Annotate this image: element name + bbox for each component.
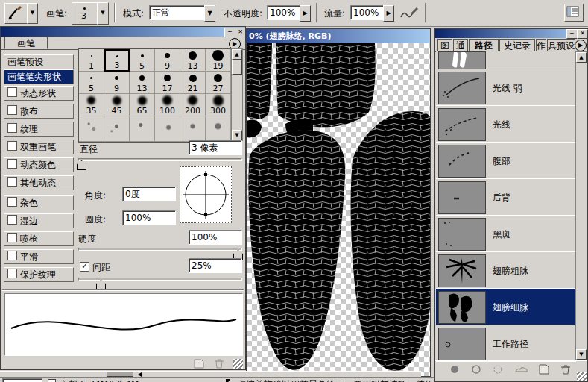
fill-path-icon[interactable] — [449, 364, 464, 376]
path-row-back[interactable]: 后背 — [436, 179, 576, 216]
canvas[interactable] — [247, 43, 430, 376]
path-row-wing-fine-veins[interactable]: 翅膀细脉 — [436, 289, 576, 325]
path-row-abdomen[interactable]: 腹部 — [436, 143, 576, 179]
delete-path-icon[interactable] — [560, 364, 575, 376]
flow-arrow-icon[interactable]: ▶ — [383, 5, 394, 22]
brushes-titlebar[interactable]: ─ ✕ — [1, 27, 245, 37]
brush-preset[interactable]: 5 — [130, 49, 155, 72]
mode-dropdown-icon[interactable]: ▼ — [204, 5, 215, 22]
hscroll-thumb[interactable] — [107, 372, 133, 377]
item-color-dynamics[interactable]: 动态颜色 — [4, 157, 74, 172]
checkbox-icon[interactable] — [7, 251, 17, 260]
tab-tool-presets[interactable]: 具预设 — [547, 39, 575, 51]
brush-preset-spatter[interactable] — [180, 116, 206, 142]
palette-toggle-button[interactable] — [564, 4, 584, 22]
tab-paths[interactable]: 路径 — [469, 39, 499, 51]
scroll-down-icon[interactable]: ▼ — [232, 130, 242, 140]
new-brush-icon[interactable] — [193, 359, 205, 369]
paths-scrollbar[interactable]: ▲ ▼ — [575, 51, 587, 360]
opacity-field[interactable]: 100% — [267, 5, 301, 20]
tab-channels[interactable]: 通 — [453, 39, 468, 51]
zoom-level-field[interactable]: 50% — [2, 378, 42, 382]
new-path-icon[interactable] — [538, 364, 553, 376]
airbrush-icon[interactable] — [399, 5, 419, 20]
checkbox-icon[interactable] — [7, 159, 17, 169]
brush-preset[interactable]: 21 — [180, 72, 206, 94]
tab-actions[interactable]: 作 — [536, 39, 546, 51]
paths-titlebar[interactable]: ─ ✕ — [435, 29, 587, 38]
spacing-checkbox[interactable]: ✓ — [80, 262, 89, 272]
opacity-arrow-icon[interactable]: ▶ — [300, 5, 311, 22]
brush-preset-spatter[interactable] — [79, 116, 104, 142]
diameter-slider[interactable] — [78, 158, 242, 161]
checkbox-icon[interactable] — [7, 87, 17, 97]
scroll-up-icon[interactable]: ▲ — [576, 52, 587, 63]
item-protect-texture[interactable]: 保护纹理 — [4, 267, 74, 282]
item-shape-dynamics[interactable]: 动态形状 — [4, 86, 74, 101]
spacing-slider-thumb[interactable] — [96, 280, 106, 289]
grid-scroll-thumb[interactable] — [232, 60, 242, 75]
item-other-dynamics[interactable]: 其他动态 — [4, 175, 74, 190]
delete-brush-icon[interactable] — [214, 359, 224, 369]
checkbox-icon[interactable] — [7, 233, 17, 242]
hardness-field[interactable]: 100% — [189, 230, 242, 245]
make-work-path-icon[interactable] — [513, 364, 528, 376]
resize-grip[interactable] — [233, 359, 243, 369]
brush-picker-arrow[interactable]: ▼ — [97, 2, 109, 25]
item-brush-presets[interactable]: 画笔预设 — [4, 54, 74, 69]
diameter-slider-thumb[interactable] — [77, 160, 86, 170]
brush-tool-button[interactable] — [4, 3, 28, 24]
load-selection-icon[interactable] — [492, 364, 507, 376]
checkbox-icon[interactable] — [7, 141, 17, 151]
path-row-work-path[interactable]: 工作路径 — [436, 325, 576, 362]
brush-preset-spatter[interactable] — [104, 116, 130, 142]
checkbox-icon[interactable] — [7, 177, 17, 187]
mode-select[interactable]: 正常 — [149, 5, 206, 20]
brush-preset[interactable]: 19 — [206, 49, 231, 72]
brush-preset[interactable]: 5 — [79, 72, 104, 94]
tab-layers[interactable]: 图 — [437, 39, 452, 51]
brush-preset[interactable]: 27 — [206, 72, 231, 94]
brush-preset[interactable]: 17 — [155, 72, 180, 94]
brush-preset[interactable]: 9 — [104, 72, 130, 94]
brush-picker-button[interactable]: 3 — [72, 2, 98, 25]
document-titlebar[interactable]: 0% (翅膀脉络, RGB) — [247, 29, 430, 43]
brush-preset-selected[interactable]: 3 — [104, 49, 130, 72]
brush-preset[interactable]: 45 — [104, 94, 130, 116]
brush-preset[interactable]: 13 — [180, 49, 206, 72]
item-texture[interactable]: 纹理 — [4, 122, 74, 137]
resize-grip[interactable] — [577, 372, 587, 381]
scroll-down-icon[interactable]: ▼ — [576, 349, 587, 360]
item-dual-brush[interactable]: 双重画笔 — [4, 140, 74, 154]
brush-preset[interactable]: 13 — [130, 72, 155, 94]
path-row-black-spots[interactable]: 黑斑 — [436, 216, 576, 252]
tab-history[interactable]: 史记录 — [499, 39, 535, 51]
grid-scrollbar[interactable]: ▲ ▼ — [231, 48, 243, 141]
scroll-up-icon[interactable]: ▲ — [232, 49, 242, 60]
item-scattering[interactable]: 散布 — [4, 104, 74, 119]
roundness-field[interactable]: 100% — [122, 210, 176, 225]
tool-preset-arrow[interactable]: ▼ — [27, 3, 38, 24]
path-row-light[interactable]: 光线 — [436, 106, 576, 143]
item-wet-edges[interactable]: 湿边 — [4, 213, 74, 228]
brush-preset[interactable]: 300 — [206, 94, 231, 116]
brush-preset[interactable]: 1 — [79, 49, 104, 72]
spacing-field[interactable]: 25% — [189, 258, 242, 273]
path-row-wing-thick-veins[interactable]: 翅膀粗脉 — [436, 252, 576, 289]
brush-preset[interactable]: 9 — [155, 49, 180, 72]
document-size-info[interactable]: 文档:5.74M/50.4M — [60, 378, 139, 382]
brush-preset[interactable]: 35 — [79, 94, 104, 116]
path-row-light-weak[interactable]: 光线 弱 — [436, 69, 576, 106]
item-brush-tip-shape[interactable]: 画笔笔尖形状 — [4, 69, 74, 84]
item-airbrush[interactable]: 喷枪 — [4, 231, 74, 246]
brush-preset-spatter[interactable] — [130, 116, 155, 142]
brush-preset[interactable]: 100 — [155, 94, 180, 116]
path-row[interactable] — [436, 51, 576, 69]
brush-preset[interactable]: 65 — [130, 94, 155, 116]
brush-preset[interactable]: 200 — [180, 94, 206, 116]
checkbox-icon[interactable] — [7, 123, 17, 133]
tab-brushes[interactable]: 画笔 — [4, 37, 48, 49]
brush-preset-spatter[interactable] — [206, 116, 231, 142]
brush-preset-spatter[interactable] — [155, 116, 180, 142]
flow-field[interactable]: 100% — [350, 5, 385, 20]
